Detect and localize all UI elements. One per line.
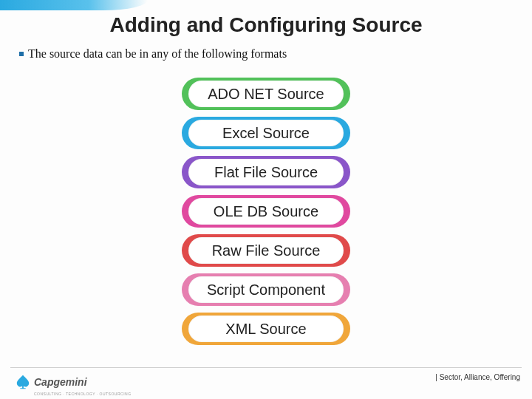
bullet-icon <box>19 52 24 56</box>
footer-right-text: | Sector, Alliance, Offering <box>435 373 520 381</box>
source-pill: OLE DB Source <box>182 195 350 228</box>
source-pill: Script Component <box>182 273 350 306</box>
brand-logo: Capgemini <box>15 374 87 390</box>
footer-divider <box>10 367 522 368</box>
source-pill: Flat File Source <box>182 156 350 188</box>
source-pill: Excel Source <box>182 117 350 149</box>
source-pill: XML Source <box>182 313 350 345</box>
source-pill: ADO NET Source <box>182 78 350 110</box>
bullet-text: The source data can be in any of the fol… <box>28 47 287 61</box>
source-pill-label: OLE DB Source <box>188 198 344 225</box>
slide-title: Adding and Configuring Source <box>0 13 532 37</box>
source-pill-label: XML Source <box>188 316 344 342</box>
source-pill: Raw File Source <box>182 234 350 267</box>
source-pill-label: Raw File Source <box>188 237 344 264</box>
brand-tagline: CONSULTING · TECHNOLOGY · OUTSOURCING <box>34 392 132 396</box>
source-pill-label: Flat File Source <box>188 159 344 185</box>
source-pill-label: ADO NET Source <box>188 81 344 107</box>
spade-icon <box>15 374 31 390</box>
brand-name: Capgemini <box>34 376 87 388</box>
source-pill-label: Script Component <box>188 276 344 303</box>
top-accent-bar <box>0 0 148 10</box>
bullet-item: The source data can be in any of the fol… <box>19 47 287 61</box>
source-list: ADO NET Source Excel Source Flat File So… <box>182 78 350 345</box>
source-pill-label: Excel Source <box>188 120 344 146</box>
